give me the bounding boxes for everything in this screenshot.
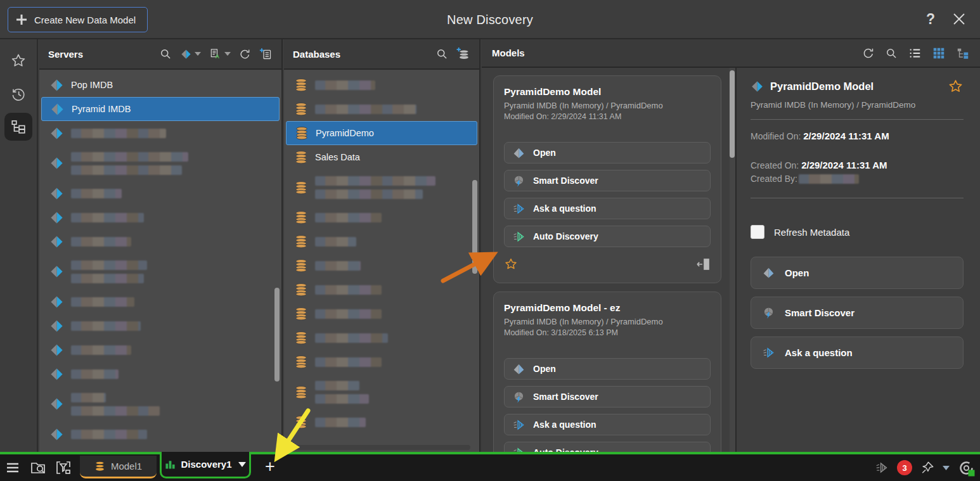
pin-icon[interactable]: [920, 461, 934, 475]
notification-badge[interactable]: 3: [897, 460, 912, 475]
add-database-icon[interactable]: [456, 47, 470, 61]
model-details-source: Pyramid IMDB (In Memory) / PyramidDemo: [751, 100, 964, 110]
search-icon[interactable]: [435, 48, 448, 60]
database-row[interactable]: PyramidDemo: [286, 121, 477, 145]
server-diamond-icon: [50, 102, 65, 117]
refresh-icon[interactable]: [239, 48, 251, 60]
help-icon[interactable]: ?: [920, 9, 941, 29]
database-row[interactable]: [286, 302, 477, 326]
database-icon: [294, 234, 308, 248]
server-type-filter-icon[interactable]: [180, 48, 201, 60]
favorite-star-icon[interactable]: [948, 79, 964, 94]
chevron-down-icon[interactable]: [943, 466, 950, 470]
divider: [751, 198, 964, 198]
server-row[interactable]: [41, 386, 280, 422]
chevron-down-icon[interactable]: [238, 462, 246, 467]
server-row[interactable]: [41, 338, 280, 362]
server-row[interactable]: Pyramid IMDB: [41, 97, 280, 121]
database-row[interactable]: Sales Data: [286, 145, 477, 169]
tab-model1[interactable]: Model1: [80, 456, 157, 478]
action-icon: [512, 390, 525, 404]
server-diamond-icon: [49, 427, 64, 442]
plus-icon: [16, 14, 27, 25]
redacted-server-name: [71, 345, 131, 355]
connection-status-icon[interactable]: [958, 459, 975, 477]
favorites-rail-button[interactable]: [4, 47, 32, 75]
database-row[interactable]: [286, 410, 477, 434]
servers-scrollbar-thumb[interactable]: [274, 288, 280, 382]
create-new-data-model-button[interactable]: Create New Data Model: [8, 7, 148, 32]
list-view-icon[interactable]: [908, 46, 922, 60]
redacted-database-name: [315, 357, 382, 367]
tab-label: Discovery1: [181, 459, 231, 470]
database-row[interactable]: [286, 278, 477, 302]
model-card-action-button[interactable]: Open: [504, 358, 711, 380]
model-card[interactable]: PyramidDemo Model Pyramid IMDB (In Memor…: [493, 75, 721, 283]
database-row[interactable]: [286, 374, 477, 410]
close-icon[interactable]: [948, 9, 970, 29]
databases-horizontal-scrollbar[interactable]: [288, 445, 470, 450]
browse-content-icon[interactable]: [25, 460, 51, 475]
database-row[interactable]: [286, 97, 477, 121]
databases-scrollbar-thumb[interactable]: [472, 180, 477, 274]
redacted-database-name: [315, 237, 356, 247]
recent-rail-button[interactable]: [4, 80, 32, 108]
action-icon: [762, 266, 775, 279]
tree-view-icon[interactable]: [956, 46, 970, 60]
database-row[interactable]: [286, 326, 477, 350]
server-row[interactable]: [41, 145, 280, 181]
model-card-action-button[interactable]: Auto Discovery: [504, 442, 711, 452]
model-details-action-button[interactable]: Open: [751, 257, 964, 289]
server-row[interactable]: [41, 362, 280, 386]
server-row[interactable]: [41, 253, 280, 290]
action-label: Smart Discover: [533, 176, 598, 186]
new-tab-button[interactable]: +: [260, 458, 280, 477]
model-card-action-button[interactable]: Smart Discover: [504, 386, 711, 407]
server-row[interactable]: [41, 422, 280, 446]
refresh-metadata-checkbox[interactable]: [751, 225, 764, 239]
model-card-action-button[interactable]: Auto Discovery: [504, 226, 711, 247]
model-card-action-button[interactable]: Ask a question: [504, 198, 711, 219]
server-row[interactable]: [41, 229, 280, 253]
search-icon[interactable]: [885, 47, 898, 60]
models-scrollbar[interactable]: [730, 68, 735, 452]
model-card-modified: Modified On: 2/29/2024 11:31 AM: [504, 112, 711, 121]
server-row[interactable]: [41, 446, 280, 452]
model-details-action-button[interactable]: Smart Discover: [751, 297, 964, 329]
database-row[interactable]: [286, 229, 477, 253]
refresh-icon[interactable]: [862, 47, 875, 60]
assistant-icon[interactable]: [875, 461, 889, 475]
server-row[interactable]: [41, 205, 280, 229]
server-row[interactable]: [41, 181, 280, 205]
model-card[interactable]: PyramidDemo Model - ez Pyramid IMDB (In …: [493, 292, 721, 452]
menu-icon[interactable]: [0, 461, 25, 474]
database-name: PyramidDemo: [316, 128, 374, 138]
models-scrollbar-thumb[interactable]: [730, 70, 735, 158]
tab-discovery1[interactable]: Discovery1: [160, 452, 251, 478]
database-row[interactable]: [286, 253, 477, 278]
grid-view-icon[interactable]: [932, 46, 946, 60]
server-row[interactable]: [41, 290, 280, 314]
database-row[interactable]: [286, 73, 477, 97]
favorite-star-icon[interactable]: [504, 257, 518, 271]
add-server-icon[interactable]: [259, 48, 273, 61]
database-icon: [295, 126, 309, 140]
database-icon: [294, 78, 308, 92]
history-icon: [10, 86, 27, 102]
sort-az-icon[interactable]: A: [209, 48, 231, 60]
content-tree-rail-button[interactable]: [4, 113, 32, 141]
database-row[interactable]: [286, 205, 477, 229]
server-row[interactable]: [41, 314, 280, 338]
model-details-action-button[interactable]: Ask a question: [751, 337, 964, 369]
search-icon[interactable]: [159, 48, 172, 60]
database-row[interactable]: [286, 169, 477, 205]
server-row[interactable]: [41, 121, 280, 145]
model-card-action-button[interactable]: Open: [504, 142, 711, 164]
exit-icon[interactable]: [695, 257, 711, 271]
action-label: Smart Discover: [533, 392, 598, 402]
data-flow-icon[interactable]: [51, 460, 76, 475]
database-row[interactable]: [286, 350, 477, 374]
model-card-action-button[interactable]: Smart Discover: [504, 170, 711, 191]
model-card-action-button[interactable]: Ask a question: [504, 414, 711, 435]
server-row[interactable]: Pop IMDB: [41, 73, 280, 97]
